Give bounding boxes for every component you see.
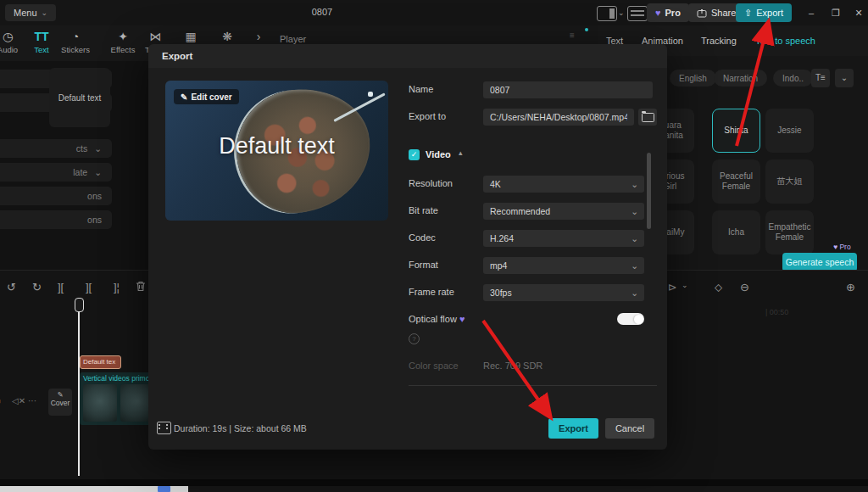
voice-card-icha[interactable]: Icha	[712, 210, 760, 254]
folder-icon	[642, 113, 654, 122]
zoom-in-icon[interactable]: ⊕	[846, 281, 855, 294]
track-more-icon[interactable]: ···	[28, 396, 36, 405]
cancel-button[interactable]: Cancel	[605, 418, 654, 439]
delete-icon[interactable]	[136, 281, 146, 294]
project-title: 0807	[288, 7, 356, 17]
help-icon[interactable]: ?	[409, 333, 420, 344]
tab-text-to-speech[interactable]: Text to speech	[755, 36, 815, 46]
layout-toggle-icon[interactable]	[597, 6, 617, 21]
taskbar-dark-area	[188, 486, 868, 492]
title-bar: Menu ⌄ 0807 ⌄ ♥ Pro Share ⇧ Export – ❐ ✕	[0, 0, 868, 25]
tool-media[interactable]: ▦	[171, 29, 210, 44]
undo-icon[interactable]: ↺	[7, 281, 16, 294]
resolution-select[interactable]: 4K⌄	[483, 176, 644, 193]
split-right-icon[interactable]: ]¦	[114, 281, 120, 294]
cursor-tool-icon[interactable]: ⊳	[668, 281, 677, 294]
film-icon	[157, 422, 171, 434]
default-text-card[interactable]: Default text	[49, 68, 110, 127]
video-checkbox[interactable]: ✓	[409, 149, 420, 160]
category-chip[interactable]: ons	[0, 210, 112, 229]
timeline-text-clip[interactable]: Default tex	[80, 355, 121, 369]
category-chip[interactable]: ons	[0, 187, 112, 205]
category-chip[interactable]: late⌄	[0, 163, 112, 182]
share-icon	[697, 8, 707, 18]
voice-card-empathetic-female[interactable]: Empathetic Female	[765, 210, 814, 254]
cover-preview: ✎ Edit cover Default text	[165, 81, 388, 221]
capcut-window: ◷ Audio TT Text ◔ Stickers ✦ Effects ⋈ T…	[0, 0, 868, 492]
optical-flow-toggle[interactable]	[617, 313, 644, 325]
tool-stickers[interactable]: ◔ Stickers	[56, 29, 95, 54]
format-label: Format	[409, 260, 438, 270]
panel-layout-icon[interactable]	[627, 6, 648, 21]
voice-card-peaceful-female[interactable]: Peaceful Female	[712, 159, 760, 204]
bitrate-select[interactable]: Recommended⌄	[483, 203, 644, 220]
timeline-ruler-mark: | 00:50	[765, 308, 788, 316]
language-chip-indo[interactable]: Indo..	[773, 70, 813, 87]
transition-icon: ⋈	[136, 29, 175, 44]
cursor-dropdown-icon[interactable]: ⌄	[682, 281, 688, 289]
export-confirm-button[interactable]: Export	[548, 418, 598, 439]
export-button-top[interactable]: ⇧ Export	[736, 3, 792, 22]
minimize-button[interactable]: –	[804, 5, 819, 20]
track-lock-icon[interactable]: ◖	[0, 396, 2, 405]
chevron-down-icon: ⌄	[631, 203, 638, 220]
chevron-down-icon[interactable]: ⌄	[618, 8, 625, 17]
dialog-scrollbar[interactable]	[647, 153, 651, 229]
tools-overflow[interactable]: ›	[239, 29, 278, 44]
redo-icon[interactable]: ↻	[32, 281, 42, 294]
browse-folder-button[interactable]	[638, 109, 657, 126]
pencil-icon: ✎	[181, 92, 187, 102]
generate-speech-button[interactable]: Generate speech	[782, 253, 857, 271]
heart-icon: ♥	[655, 8, 661, 18]
chevron-down-icon: ⌄	[631, 284, 638, 301]
category-chip[interactable]: cts⌄	[0, 139, 112, 158]
pro-badge-mini: ♥ Pro	[833, 243, 851, 251]
keyframe-icon[interactable]: ⬦	[715, 281, 722, 294]
export-dialog: Export ✎ Edit cover Default text Name Ex…	[148, 44, 667, 450]
chevron-down-icon: ⌄	[42, 8, 48, 17]
heart-icon: ♥	[833, 243, 837, 251]
voice-sort-dropdown[interactable]: ⌄	[835, 69, 854, 87]
resolution-label: Resolution	[409, 178, 453, 188]
name-label: Name	[409, 84, 433, 94]
preview-boat	[368, 92, 373, 97]
language-chip-english[interactable]: English	[670, 70, 716, 87]
maximize-button[interactable]: ❐	[828, 5, 843, 20]
framerate-select[interactable]: 30fps⌄	[483, 284, 644, 301]
chevron-down-icon: ⌄	[841, 73, 848, 82]
export-path-input[interactable]	[483, 109, 634, 126]
chevron-down-icon: ⌄	[94, 143, 102, 154]
menu-button[interactable]: Menu ⌄	[5, 4, 56, 21]
taskbar-app-icon[interactable]	[158, 486, 170, 492]
format-select[interactable]: mp4⌄	[483, 257, 644, 274]
voice-card-miao-dajie[interactable]: 苗大姐	[765, 159, 814, 204]
voice-card-jessie[interactable]: Jessie	[765, 109, 814, 153]
export-info: Duration: 19s | Size: about 66 MB	[174, 423, 307, 433]
name-input[interactable]	[483, 81, 653, 98]
chevron-up-icon[interactable]: ▴	[459, 148, 463, 157]
video-section-label: Video	[426, 149, 451, 159]
codec-label: Codec	[409, 232, 436, 243]
voice-card-shinta[interactable]: Shinta	[712, 109, 760, 153]
style-chip-narration[interactable]: Narration	[714, 70, 767, 87]
player-menu-icon[interactable]: ≡	[570, 31, 575, 40]
split-icon[interactable]: ][	[58, 281, 64, 294]
playhead-handle[interactable]	[75, 298, 84, 312]
tab-tracking[interactable]: Tracking	[701, 36, 737, 46]
text-library-panel: ⌄ cts⌄ late⌄ ons ons Default text	[0, 61, 148, 270]
codec-select[interactable]: H.264⌄	[483, 230, 644, 247]
player-status-dot	[585, 28, 588, 31]
chevron-down-icon: ⌄	[631, 257, 638, 274]
cover-button[interactable]: ✎ Cover	[48, 389, 72, 416]
divider	[409, 385, 657, 386]
optical-flow-label: Optical flow ♥	[409, 314, 465, 324]
voice-filter-button[interactable]: T≡	[811, 69, 830, 87]
edit-cover-button[interactable]: ✎ Edit cover	[174, 89, 239, 104]
split-left-icon[interactable]: ][	[86, 281, 92, 294]
chevron-down-icon: ⌄	[631, 176, 638, 193]
color-space-value: Rec. 709 SDR	[483, 361, 542, 371]
zoom-out-icon[interactable]: ⊖	[740, 281, 749, 294]
pro-badge[interactable]: ♥ Pro	[647, 3, 689, 22]
close-button[interactable]: ✕	[851, 5, 866, 20]
track-mute-icon[interactable]: ◁✕	[12, 396, 25, 405]
